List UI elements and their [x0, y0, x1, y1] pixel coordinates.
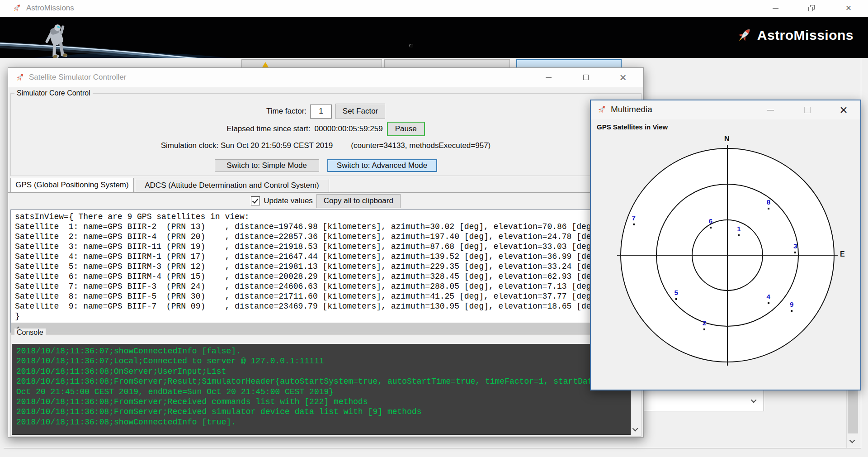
- satellite-label-5: 5: [675, 289, 678, 296]
- satellite-dot-8: [768, 208, 769, 209]
- satellite-label-1: 1: [737, 225, 741, 233]
- controller-close-button[interactable]: ×: [613, 70, 633, 85]
- minimize-icon: [546, 77, 552, 78]
- scroll-down-button[interactable]: [847, 434, 859, 447]
- console-group: Console 2018/10/18;11:36:07;showConnecte…: [10, 333, 642, 437]
- elapsed-time-label: Elapsed time since start:: [226, 124, 310, 133]
- satellite-label-4: 4: [767, 293, 770, 300]
- set-factor-button[interactable]: Set Factor: [335, 104, 385, 119]
- satellites-textarea[interactable]: satsInView={ There are 9 GPS satellites …: [10, 209, 640, 335]
- tab-adcs[interactable]: ADCS (Attitude Determination and Control…: [135, 179, 329, 192]
- controller-title: Satellite Simulator Controller: [29, 73, 126, 82]
- satellite-dot-5: [675, 298, 677, 300]
- switch-advanced-mode-button[interactable]: Switch to: Advanced Mode: [327, 159, 437, 172]
- scroll-down-button[interactable]: [631, 424, 641, 435]
- satellite-label-6: 6: [709, 217, 712, 225]
- brand-text: AstroMissions: [757, 28, 854, 43]
- console-title: Console: [14, 328, 46, 337]
- satellite-dot-9: [791, 310, 793, 312]
- minimize-icon: [773, 8, 778, 9]
- maximize-icon: [583, 75, 589, 80]
- switch-simple-mode-button[interactable]: Switch to: Simple Mode: [215, 159, 319, 172]
- multimedia-window: Multimedia × GPS Satellites in View N E …: [590, 100, 861, 390]
- simulation-clock-text: Simulation clock: Sun Oct 20 21:50:59 CE…: [161, 141, 333, 150]
- controller-rocket-icon: [15, 72, 25, 82]
- time-factor-label: Time factor:: [266, 107, 307, 116]
- satellite-label-8: 8: [767, 198, 770, 206]
- satellite-label-2: 2: [703, 319, 706, 327]
- satellite-label-7: 7: [632, 214, 636, 222]
- main-window-bottom-border: [4, 448, 861, 448]
- main-window-title: AstroMissions: [26, 4, 74, 13]
- banner-brand: AstroMissions: [736, 27, 854, 44]
- satellite-dot-4: [768, 302, 769, 304]
- moon-icon: [409, 44, 413, 48]
- astronaut-graphic: [43, 23, 72, 58]
- sky-plot: N E 123456789: [591, 100, 860, 390]
- console-output[interactable]: 2018/10/18;11:36:07;showConnectedInfo [f…: [12, 344, 631, 435]
- main-restore-button[interactable]: [801, 0, 822, 16]
- background-combobox[interactable]: [638, 390, 764, 411]
- satellite-dot-7: [633, 224, 635, 225]
- app-rocket-icon: [12, 3, 22, 13]
- main-window-titlebar: AstroMissions ×: [0, 0, 868, 17]
- main-close-button[interactable]: ×: [838, 0, 859, 16]
- controller-titlebar[interactable]: Satellite Simulator Controller ×: [8, 68, 643, 87]
- group-title: Simulator Core Control: [14, 89, 93, 97]
- close-icon: ×: [846, 3, 852, 13]
- tab-gps[interactable]: GPS (Global Positioning System): [10, 178, 134, 192]
- elapsed-time-value: 00000:00:05:59:259: [314, 124, 382, 133]
- time-factor-input[interactable]: [310, 105, 332, 119]
- tab-bar: GPS (Global Positioning System) ADCS (At…: [8, 179, 643, 193]
- pause-button[interactable]: Pause: [387, 122, 425, 136]
- compass-label-north: N: [724, 135, 730, 143]
- satellite-dot-2: [703, 328, 705, 330]
- satellite-dot-6: [710, 227, 712, 228]
- counters-text: (counter=34133, methodsExecuted=957): [351, 141, 491, 150]
- update-values-checkbox[interactable]: [251, 196, 260, 205]
- controller-window: Satellite Simulator Controller × Simulat…: [8, 67, 644, 438]
- checkmark-icon: [252, 197, 258, 204]
- space-banner: AstroMissions: [0, 17, 868, 58]
- close-icon: ×: [619, 71, 626, 83]
- console-text: 2018/10/18;11:36:07;showConnectedInfo [f…: [12, 344, 630, 427]
- satellite-label-9: 9: [790, 300, 793, 308]
- chevron-down-icon[interactable]: [746, 392, 762, 409]
- copy-all-button[interactable]: Copy all to clipboard: [316, 194, 401, 208]
- restore-icon: [808, 5, 815, 11]
- main-minimize-button[interactable]: [765, 0, 786, 16]
- satellite-label-3: 3: [793, 242, 797, 250]
- satellite-dot-3: [794, 252, 796, 253]
- brand-rocket-icon: [736, 27, 753, 44]
- controller-maximize-button[interactable]: [576, 70, 596, 85]
- update-values-label: Update values: [264, 196, 313, 205]
- east-west-axis: [617, 255, 838, 256]
- compass-label-east: E: [840, 250, 845, 258]
- scrollbar-thumb[interactable]: [848, 387, 858, 433]
- satellites-text: satsInView={ There are 9 GPS satellites …: [11, 210, 639, 321]
- controller-minimize-button[interactable]: [538, 70, 559, 85]
- satellite-dot-1: [738, 234, 740, 236]
